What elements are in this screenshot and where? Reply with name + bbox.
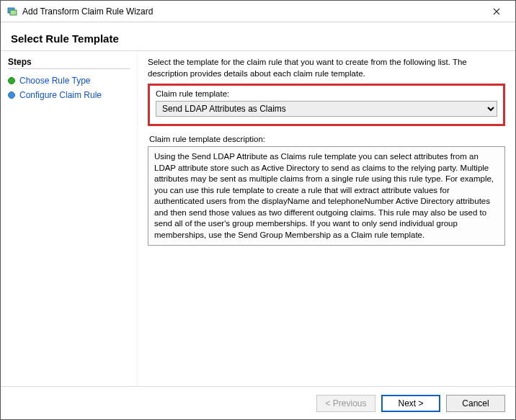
svg-rect-1 — [10, 10, 17, 15]
previous-button: < Previous — [316, 395, 375, 412]
template-label: Claim rule template: — [156, 89, 497, 98]
cancel-button[interactable]: Cancel — [446, 395, 505, 412]
description-label: Claim rule template description: — [149, 135, 505, 143]
wizard-window: Add Transform Claim Rule Wizard Select R… — [0, 0, 516, 420]
close-button[interactable] — [482, 1, 511, 22]
step-configure-claim-rule[interactable]: Configure Claim Rule — [8, 88, 130, 102]
steps-heading: Steps — [8, 57, 130, 69]
next-button[interactable]: Next > — [381, 395, 440, 412]
step-label: Choose Rule Type — [19, 76, 91, 86]
description-box: Using the Send LDAP Attribute as Claims … — [148, 146, 505, 246]
wizard-icon — [6, 6, 18, 17]
step-current-icon — [8, 91, 15, 99]
page-title: Select Rule Template — [11, 32, 505, 45]
header: Select Rule Template — [1, 22, 515, 50]
main-panel: Select the template for the claim rule t… — [138, 51, 515, 386]
intro-text: Select the template for the claim rule t… — [148, 57, 505, 79]
template-field-highlight: Claim rule template: Send LDAP Attribute… — [148, 84, 505, 126]
body: Steps Choose Rule Type Configure Claim R… — [1, 50, 515, 386]
footer: < Previous Next > Cancel — [1, 386, 515, 419]
window-title: Add Transform Claim Rule Wizard — [22, 6, 482, 17]
step-choose-rule-type[interactable]: Choose Rule Type — [8, 73, 130, 88]
step-label: Configure Claim Rule — [19, 90, 102, 100]
template-select-wrap: Send LDAP Attributes as Claims — [156, 101, 497, 117]
steps-sidebar: Steps Choose Rule Type Configure Claim R… — [1, 51, 138, 386]
step-complete-icon — [8, 77, 15, 84]
claim-rule-template-select[interactable]: Send LDAP Attributes as Claims — [156, 101, 497, 117]
titlebar: Add Transform Claim Rule Wizard — [1, 1, 515, 22]
